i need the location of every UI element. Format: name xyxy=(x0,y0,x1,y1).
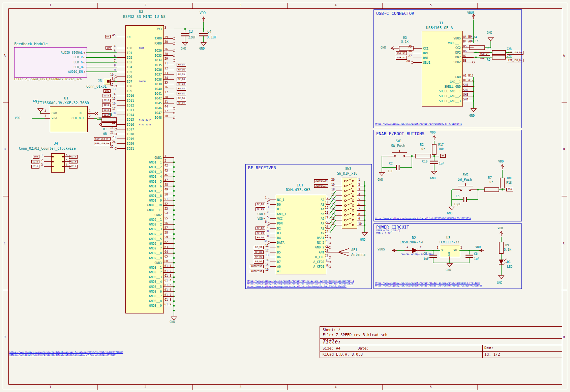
c2-value: 1uF xyxy=(388,170,393,173)
pin-name: IO20 xyxy=(127,142,134,145)
boot-url-link[interactable]: https://www.digikey.com/en/products/deta… xyxy=(375,217,471,219)
rf-section-title: RF RECEIVER xyxy=(248,165,276,170)
pin-number: 47 xyxy=(164,178,168,182)
r4-gnd-label: GND xyxy=(487,31,492,34)
pin-number: 53 xyxy=(164,207,168,210)
pin-number: 20 xyxy=(331,178,335,181)
pin-number: 2 xyxy=(41,158,43,162)
pin-number: 36 xyxy=(164,86,168,89)
pin-row: IO37 33 RF_D5 xyxy=(125,72,227,77)
rf-url-link-3[interactable]: https://www.digikey.com/en/products/deta… xyxy=(247,285,347,288)
pin-number: 26 xyxy=(325,240,328,243)
pin-number: 12 xyxy=(331,217,335,220)
pin-number: 14 xyxy=(112,92,116,96)
c3-value: 22uF xyxy=(188,35,196,39)
footer-url-link-2[interactable]: https://www.digikey.com/en/products/deta… xyxy=(9,354,116,356)
net-label: RF_D2 xyxy=(177,87,186,91)
pin-number: 1 xyxy=(41,153,43,157)
pin-name: GND2__1 xyxy=(125,218,162,221)
pin-number: 6 xyxy=(265,220,267,223)
frame-row-label: C xyxy=(4,196,6,290)
pin-name: GND1__1 xyxy=(125,161,162,164)
pin-number: B7 xyxy=(463,54,467,58)
pin-name: GND3__3 xyxy=(125,275,162,279)
pin-name: RSSI xyxy=(276,236,324,240)
net-label: RF_D3 xyxy=(256,231,265,235)
sheet-pin-name: LED_G xyxy=(73,61,85,64)
boot-vdd2-label: VDD xyxy=(498,160,504,163)
net-label: IO10 xyxy=(102,94,110,98)
pin-stub xyxy=(117,62,125,62)
pin-number: 61_3 xyxy=(164,274,171,277)
net-label: RF_D2 xyxy=(256,227,265,230)
pin-number: 52 xyxy=(164,202,168,206)
d2-anode-label: A xyxy=(407,246,408,249)
pin-number: 27 xyxy=(164,110,168,113)
frame-rows-left: ABCD xyxy=(4,8,6,384)
pin-name: IO37 xyxy=(125,73,162,76)
pin-name: GND3__2 xyxy=(125,271,162,274)
pin-number: B1_A12 xyxy=(463,79,474,82)
pin-stub xyxy=(117,100,125,101)
pin-number: 3 xyxy=(267,206,269,209)
ic1-right-pins: A2 17 A3 18 A4 19 A5 20 A6 21 A7 xyxy=(276,197,370,269)
j4-value: Conn_02x03_Counter_Clockwise xyxy=(19,147,76,150)
net-label: IO13 xyxy=(69,160,77,164)
pin-number: 58 xyxy=(164,231,168,234)
pin-stub xyxy=(117,110,125,110)
pin-number: 48 xyxy=(164,183,168,186)
pin-name: IO41 xyxy=(125,92,162,95)
pin-row: A5 20 xyxy=(276,212,370,216)
pin-stub xyxy=(270,228,276,229)
pin-row: 25 IO21 xyxy=(81,146,125,151)
rf-url-link-2[interactable]: https://www.digikey.com/en/products/deta… xyxy=(247,282,353,285)
u2-gnd-pins: GND1 1 GND1__1 2 GND1__2 42 GND1__3 43 G… xyxy=(125,155,227,308)
pin-row: GND3__6 61_6 xyxy=(125,289,227,294)
pin-row: IO11 3 xyxy=(24,164,44,169)
frame-column-label: 4 xyxy=(288,385,383,389)
u1-num-2: 2 xyxy=(89,115,91,118)
pin-number: 45 xyxy=(112,33,116,37)
pin-stub xyxy=(413,58,422,58)
frame-rows-right: ABCD xyxy=(563,8,565,384)
pin-name: GND2__4 xyxy=(125,233,162,236)
pin-name: SBU2 xyxy=(422,60,461,64)
pin-stub xyxy=(117,67,125,67)
esp-usb-dm-label: ESP_USB_D- xyxy=(507,59,523,62)
footer-url-link-1[interactable]: https://www.digikey.com/en/products/deta… xyxy=(9,351,123,353)
pin-stub xyxy=(270,252,276,252)
d2-cathode-label: C xyxy=(420,246,421,249)
pin-row: GND1__6 48 xyxy=(125,184,227,188)
net-label: ESP_USB_D- xyxy=(94,137,111,141)
no-connect-icon xyxy=(173,112,175,114)
power-url-link-1[interactable]: https://www.digikey.com/en/products/deta… xyxy=(375,282,480,284)
net-label: RF_D0 xyxy=(256,203,265,206)
pin-name: IO16 xyxy=(127,123,134,126)
schematic-sheet: 12345 12345 ABCD ABCD U2 ESP32-S3-MINI-1… xyxy=(0,0,570,392)
pin-number: 4 xyxy=(358,193,360,196)
pin-name: TXD0 xyxy=(125,37,162,40)
pin-stub xyxy=(413,62,422,63)
pin-name: VBUS xyxy=(422,37,461,40)
pin-name: GND2__6 xyxy=(125,242,162,245)
r2-ref: R2 xyxy=(420,143,424,146)
net-label: RF_D1 xyxy=(256,207,265,211)
frame-column-label: 2 xyxy=(98,3,193,7)
pin-row: SHELL_GND__1 SH2 xyxy=(422,89,523,94)
pin-number: 35 xyxy=(164,81,168,84)
u1-pin-vdd: Vdd xyxy=(52,117,57,120)
power-url-link-2[interactable]: https://www.digikey.com/en/products/deta… xyxy=(375,284,482,287)
usb-url-link[interactable]: https://www.digikey.com/en/products/deta… xyxy=(375,123,462,125)
pin-number: 7 xyxy=(114,59,116,62)
frame-row-label: B xyxy=(563,102,565,197)
pin-number: 11 xyxy=(265,244,269,247)
rf-url-link-1[interactable]: https://www.digikey.com/en/products/deta… xyxy=(247,280,354,282)
pin-name: GND1__4 xyxy=(125,175,162,178)
pin-row: GND3__1 61_1 xyxy=(125,265,227,270)
sw3-gnd-label: GND xyxy=(360,238,365,241)
u1-gnd-label: GND xyxy=(33,99,38,103)
pin-row: GND2__2 56 xyxy=(125,222,227,227)
ic1-ref: IC1 xyxy=(297,183,303,187)
pin-number: 51 xyxy=(164,198,168,201)
pin-row: GND3__4 61_4 xyxy=(125,279,227,284)
